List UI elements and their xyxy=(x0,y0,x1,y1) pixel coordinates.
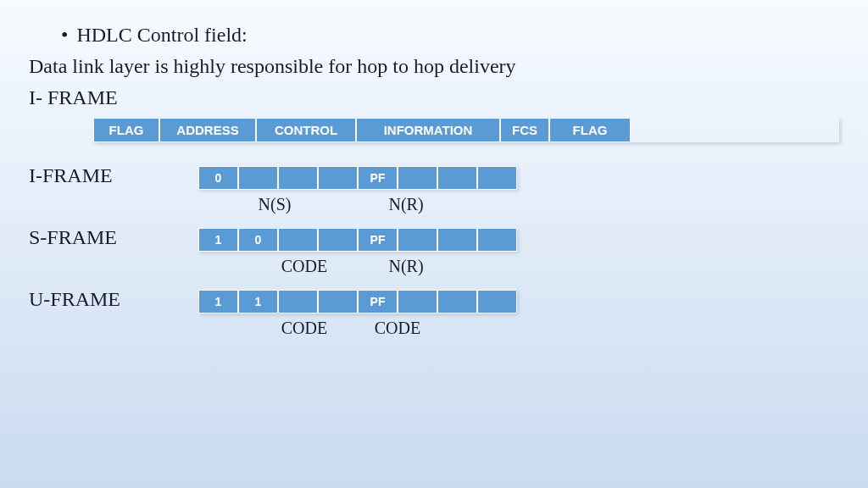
uframe-bit-5 xyxy=(398,290,437,313)
uframe-sub-code1: CODE xyxy=(266,319,342,338)
sframe-bit-2 xyxy=(278,228,318,252)
iframe-bit-7 xyxy=(477,166,517,190)
sframe-row: S-FRAME 1 0 PF CODE N(R) xyxy=(29,226,839,288)
uframe-bits: 1 1 PF xyxy=(198,290,517,313)
title-bullet: HDLC Control field: xyxy=(61,24,839,47)
uframe-bit-4: PF xyxy=(358,290,398,313)
frame-heading: I- FRAME xyxy=(29,86,839,109)
iframe-bit-1 xyxy=(238,166,278,190)
slide: HDLC Control field: Data link layer is h… xyxy=(0,0,868,374)
iframe-sublabels: N(S) N(R) xyxy=(198,195,444,214)
uframe-bit-6 xyxy=(437,290,477,313)
sframe-bits: 1 0 PF xyxy=(198,228,517,252)
iframe-sub-ns: N(S) xyxy=(236,195,313,214)
sframe-bit-5 xyxy=(398,228,437,252)
uframe-bit-1: 1 xyxy=(238,290,278,313)
iframe-bit-5 xyxy=(398,166,437,190)
iframe-row: I-FRAME 0 PF N(S) N(R) xyxy=(29,164,839,226)
uframe-bit-0: 1 xyxy=(198,290,238,313)
uframe-label: U-FRAME xyxy=(29,288,198,311)
sframe-bits-wrap: 1 0 PF CODE N(R) xyxy=(198,226,517,288)
header-flag2: FLAG xyxy=(549,118,631,142)
sframe-sub-nr: N(R) xyxy=(368,257,444,276)
iframe-bit-4: PF xyxy=(358,166,398,190)
header-address: ADDRESS xyxy=(159,118,256,142)
uframe-bit-7 xyxy=(477,290,517,313)
header-control: CONTROL xyxy=(256,118,356,142)
sframe-bit-6 xyxy=(437,228,477,252)
sframe-sublabels: CODE N(R) xyxy=(198,257,444,276)
iframe-bit-6 xyxy=(437,166,477,190)
iframe-bit-3 xyxy=(318,166,358,190)
sframe-bit-4: PF xyxy=(358,228,398,252)
header-information: INFORMATION xyxy=(356,118,500,142)
header-flag: FLAG xyxy=(93,118,159,142)
header-fcs: FCS xyxy=(500,118,549,142)
sframe-bit-3 xyxy=(318,228,358,252)
uframe-bit-3 xyxy=(318,290,358,313)
sframe-bit-1: 0 xyxy=(238,228,278,252)
uframe-sublabels: CODE CODE xyxy=(198,319,436,338)
subtitle: Data link layer is highly responsible fo… xyxy=(29,55,839,78)
iframe-bit-2 xyxy=(278,166,318,190)
uframe-row: U-FRAME 1 1 PF CODE CODE xyxy=(29,288,839,350)
iframe-bits-wrap: 0 PF N(S) N(R) xyxy=(198,164,517,226)
uframe-bits-wrap: 1 1 PF CODE CODE xyxy=(198,288,517,350)
iframe-label: I-FRAME xyxy=(29,164,198,187)
iframe-sub-nr: N(R) xyxy=(368,195,444,214)
sframe-sub-code: CODE xyxy=(266,257,342,276)
frame-header-row: FLAG ADDRESS CONTROL INFORMATION FCS FLA… xyxy=(93,118,839,142)
uframe-bit-2 xyxy=(278,290,318,313)
sframe-label: S-FRAME xyxy=(29,226,198,249)
sframe-bit-0: 1 xyxy=(198,228,238,252)
iframe-bits: 0 PF xyxy=(198,166,517,190)
sframe-bit-7 xyxy=(477,228,517,252)
uframe-sub-code2: CODE xyxy=(359,319,436,338)
iframe-bit-0: 0 xyxy=(198,166,238,190)
